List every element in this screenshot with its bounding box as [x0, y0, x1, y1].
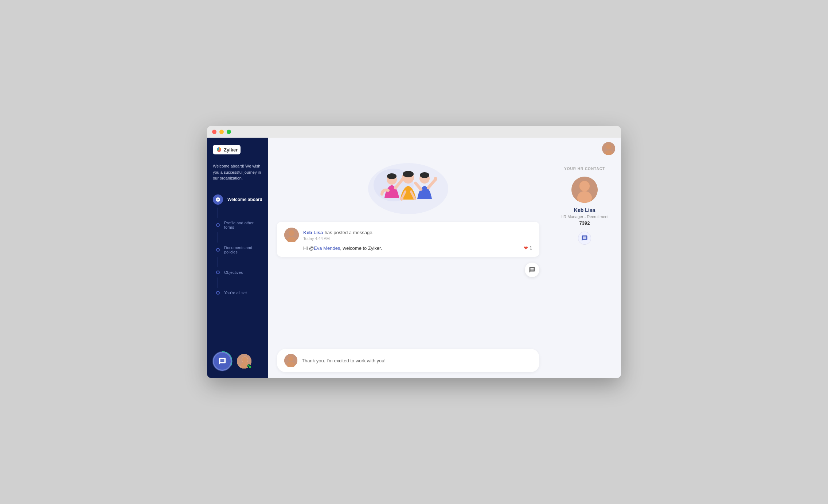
maximize-dot[interactable]	[227, 130, 231, 134]
allset-dot	[216, 291, 220, 295]
message-text: Hi @Eva Mendes, welcome to Zylker.	[303, 245, 382, 251]
sidebar-item-documents[interactable]: Documents and policies	[213, 243, 262, 257]
sender-avatar	[284, 228, 299, 242]
sidebar-item-objectives[interactable]: Objectives	[213, 267, 262, 277]
like-badge[interactable]: ❤ 1	[524, 245, 532, 251]
chat-actions	[277, 263, 539, 277]
svg-point-23	[387, 173, 397, 179]
welcome-icon	[213, 194, 223, 205]
heart-icon: ❤	[524, 245, 528, 251]
sidebar: Zylker Welcome aboard! We wish you a suc…	[207, 138, 268, 378]
svg-point-24	[403, 171, 414, 177]
new-message-button[interactable]	[525, 263, 539, 277]
like-count: 1	[530, 245, 532, 251]
hr-message-icon	[581, 235, 588, 241]
sidebar-item-profile[interactable]: Profile and other forms	[213, 218, 262, 232]
main-content: Keb Lisa has posted a message. Today 4:4…	[268, 138, 621, 378]
nav-items: Welcome aboard Profile and other forms D…	[213, 192, 262, 298]
hr-panel: YOUR HR CONTACT Keb Lisa HR Manager - Re…	[548, 160, 621, 378]
mention: Eva Mendes	[314, 245, 340, 251]
welcome-illustration	[361, 160, 456, 216]
logo-area: Zylker	[213, 145, 262, 154]
msg-time: Today 4:44 AM	[303, 236, 374, 241]
chat-button[interactable]	[213, 352, 232, 371]
svg-point-9	[242, 357, 248, 363]
reply-text: Thank you. I'm excited to work with you!	[302, 358, 386, 363]
message-meta: Keb Lisa has posted a message. Today 4:4…	[303, 229, 374, 241]
message-body: Hi @Eva Mendes, welcome to Zylker. ❤ 1	[284, 245, 532, 251]
logo-icon	[216, 146, 222, 153]
svg-point-25	[420, 172, 429, 178]
chat-icon	[218, 357, 226, 365]
titlebar	[207, 126, 621, 138]
profile-label: Profile and other forms	[224, 221, 262, 229]
sidebar-item-welcome[interactable]: Welcome aboard	[213, 192, 262, 208]
nav-connector-1	[218, 208, 218, 218]
svg-point-12	[606, 144, 611, 149]
message-author-line: Keb Lisa has posted a message.	[303, 229, 374, 236]
hr-avatar	[571, 177, 598, 203]
documents-dot	[216, 248, 220, 252]
app-window: Zylker Welcome aboard! We wish you a suc…	[207, 126, 621, 378]
chat-button-wrapper[interactable]	[213, 352, 232, 371]
hr-name: Keb Lisa	[574, 207, 595, 213]
app-body: Zylker Welcome aboard! We wish you a suc…	[207, 138, 621, 378]
profile-dot	[216, 223, 220, 227]
hr-extension: 7392	[579, 220, 590, 226]
welcome-label: Welcome aboard	[227, 197, 262, 202]
sidebar-bottom	[213, 346, 262, 371]
minimize-dot[interactable]	[219, 130, 224, 134]
documents-label: Documents and policies	[224, 245, 262, 254]
sidebar-welcome-text: Welcome aboard! We wish you a successful…	[213, 163, 262, 181]
objectives-dot	[216, 271, 220, 274]
logo-text: Zylker	[224, 147, 238, 153]
svg-point-27	[289, 230, 294, 236]
close-dot[interactable]	[212, 130, 216, 134]
user-avatar-bottom-wrapper	[236, 353, 252, 369]
svg-rect-20	[400, 197, 403, 199]
msg-sender-name: Keb Lisa	[303, 230, 323, 235]
illustration	[277, 160, 539, 216]
hr-message-button[interactable]	[578, 232, 591, 245]
hr-section-label: YOUR HR CONTACT	[564, 167, 605, 171]
online-indicator	[248, 365, 252, 369]
svg-point-22	[434, 177, 437, 181]
top-bar	[268, 138, 621, 160]
objectives-label: Objectives	[224, 270, 243, 275]
chat-section: Keb Lisa has posted a message. Today 4:4…	[268, 160, 548, 378]
top-user-avatar[interactable]	[602, 142, 615, 155]
compose-icon	[529, 267, 535, 273]
allset-label: You're all set	[224, 291, 247, 295]
svg-point-35	[579, 181, 590, 191]
reply-avatar	[284, 354, 297, 367]
nav-connector-3	[218, 257, 218, 267]
msg-action: has posted a message.	[325, 230, 374, 235]
sidebar-item-allset[interactable]: You're all set	[213, 288, 262, 298]
nav-connector-2	[218, 232, 218, 243]
content-area: Keb Lisa has posted a message. Today 4:4…	[268, 160, 621, 378]
svg-point-30	[288, 356, 293, 361]
hr-title: HR Manager - Recruitment	[561, 214, 608, 219]
message-card: Keb Lisa has posted a message. Today 4:4…	[277, 222, 539, 257]
message-header: Keb Lisa has posted a message. Today 4:4…	[284, 228, 532, 242]
nav-connector-4	[218, 277, 218, 288]
logo-box: Zylker	[213, 145, 241, 154]
reply-area[interactable]: Thank you. I'm excited to work with you!	[277, 349, 539, 372]
